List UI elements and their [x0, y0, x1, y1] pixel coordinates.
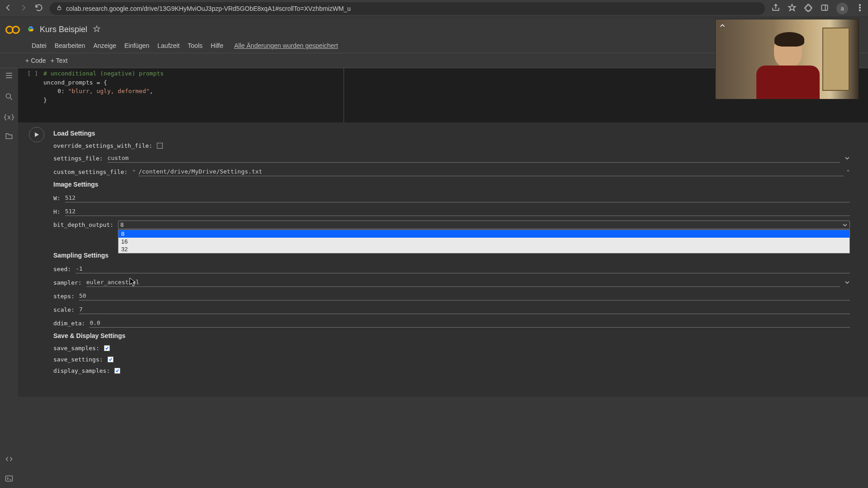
menu-tools[interactable]: Tools — [188, 42, 203, 49]
toc-icon[interactable] — [5, 71, 14, 81]
bitdepth-select[interactable]: 8 — [118, 221, 850, 229]
menu-datei[interactable]: Datei — [32, 42, 47, 49]
settings-file-select[interactable] — [108, 154, 840, 163]
code-line: uncond_prompts = { — [43, 79, 107, 86]
bitdepth-dropdown: 8 16 32 — [118, 230, 850, 253]
colab-logo-icon[interactable] — [5, 25, 21, 35]
svg-point-5 — [6, 94, 10, 98]
notebook-title[interactable]: Kurs Beispiel — [40, 25, 87, 34]
ddim-eta-label: ddim_eta: — [53, 320, 85, 327]
steps-label: steps: — [53, 293, 75, 300]
scale-input[interactable] — [79, 305, 850, 314]
seed-input[interactable] — [75, 264, 850, 273]
share-icon[interactable] — [771, 3, 780, 14]
display-samples-label: display_samples: — [53, 367, 110, 374]
menu-einfuegen[interactable]: Einfügen — [124, 42, 149, 49]
mouse-cursor-icon — [129, 277, 136, 286]
search-icon[interactable] — [5, 92, 14, 103]
bitdepth-option-16[interactable]: 16 — [118, 238, 849, 245]
cell-divider — [344, 68, 344, 122]
webcam-overlay — [715, 19, 859, 99]
open-quote: " — [132, 169, 136, 175]
sampler-select[interactable] — [86, 278, 840, 287]
form-cell: Load Settings override_settings_with_fil… — [18, 122, 868, 397]
forward-icon[interactable] — [19, 3, 28, 14]
chevron-down-icon[interactable] — [844, 155, 850, 161]
reload-icon[interactable] — [34, 3, 43, 14]
menu-laufzeit[interactable]: Laufzeit — [157, 42, 179, 49]
cell-gutter: [ ] — [22, 69, 43, 118]
svg-rect-1 — [821, 5, 827, 10]
bitdepth-label: bit_depth_output: — [53, 221, 113, 228]
sampler-label: sampler: — [53, 279, 82, 286]
browser-toolbar: colab.research.google.com/drive/13G9KHyM… — [0, 0, 868, 17]
add-code-button[interactable]: +Code — [25, 57, 46, 64]
star-icon[interactable] — [93, 25, 101, 34]
side-panel-icon[interactable] — [820, 3, 829, 14]
close-quote: " — [846, 169, 850, 175]
section-save-display: Save & Display Settings — [53, 332, 850, 339]
scale-label: scale: — [53, 306, 75, 313]
display-samples-checkbox[interactable] — [114, 368, 120, 374]
profile-avatar[interactable]: a — [836, 3, 848, 14]
save-samples-checkbox[interactable] — [104, 345, 110, 351]
bitdepth-option-8[interactable]: 8 — [118, 230, 849, 238]
lock-icon — [56, 5, 62, 12]
svg-rect-0 — [58, 7, 61, 9]
save-status: Alle Änderungen wurden gespeichert — [234, 42, 338, 49]
terminal-icon[interactable] — [5, 474, 14, 484]
h-label: H: — [53, 208, 61, 215]
section-image-settings: Image Settings — [53, 181, 850, 188]
url-text: colab.research.google.com/drive/13G9KHyM… — [66, 5, 351, 12]
code-comment: # unconditional (negative) prompts — [43, 70, 164, 77]
left-rail: {x} — [0, 68, 18, 487]
add-text-button[interactable]: +Text — [51, 57, 68, 64]
back-icon[interactable] — [4, 3, 13, 14]
drive-icon — [27, 25, 34, 34]
code-snippets-icon[interactable] — [5, 455, 14, 465]
seed-label: seed: — [53, 266, 71, 272]
run-button[interactable] — [29, 127, 44, 142]
custom-file-input[interactable] — [138, 167, 844, 176]
w-label: W: — [53, 195, 61, 202]
custom-file-label: custom_settings_file: — [53, 169, 127, 175]
variables-icon[interactable]: {x} — [3, 113, 14, 121]
address-bar[interactable]: colab.research.google.com/drive/13G9KHyM… — [50, 2, 765, 15]
ddim-eta-input[interactable] — [90, 319, 850, 328]
settings-file-label: settings_file: — [53, 155, 103, 162]
save-samples-label: save_samples: — [53, 345, 99, 352]
svg-point-3 — [859, 7, 861, 9]
section-load-settings: Load Settings — [53, 130, 850, 137]
kebab-menu-icon[interactable] — [855, 3, 864, 14]
menu-hilfe[interactable]: Hilfe — [211, 42, 223, 49]
svg-point-2 — [859, 5, 861, 6]
override-label: override_settings_with_file: — [53, 142, 152, 149]
bookmark-star-icon[interactable] — [788, 3, 797, 14]
files-icon[interactable] — [5, 131, 14, 142]
bitdepth-option-32[interactable]: 32 — [118, 245, 849, 253]
save-settings-label: save_settings: — [53, 356, 103, 363]
h-input[interactable] — [65, 207, 850, 216]
menu-bearbeiten[interactable]: Bearbeiten — [55, 42, 85, 49]
webcam-collapse-icon[interactable] — [718, 22, 726, 30]
w-input[interactable] — [65, 193, 850, 202]
svg-rect-6 — [6, 476, 13, 481]
svg-point-4 — [859, 10, 861, 11]
extensions-icon[interactable] — [804, 3, 813, 14]
chevron-down-icon[interactable] — [844, 280, 850, 285]
save-settings-checkbox[interactable] — [108, 357, 113, 362]
steps-input[interactable] — [79, 291, 850, 300]
chevron-down-icon — [842, 222, 848, 228]
override-checkbox[interactable] — [157, 143, 163, 149]
menu-anzeige[interactable]: Anzeige — [93, 42, 116, 49]
